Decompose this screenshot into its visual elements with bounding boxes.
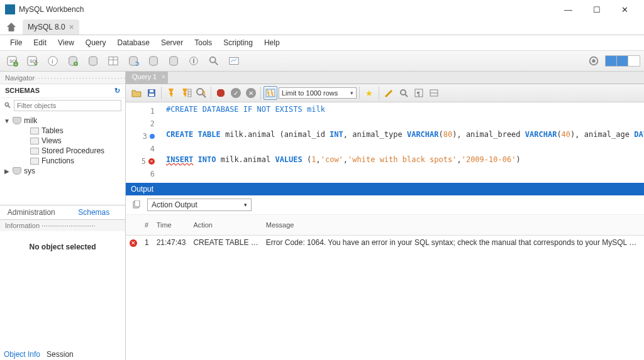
editor-area: Query 1 × ✓ ✕ Limit to 1000 rows ★ ¶: [126, 72, 644, 360]
home-icon[interactable]: [3, 20, 20, 34]
open-icon[interactable]: [130, 86, 143, 100]
find-icon[interactable]: [397, 86, 411, 100]
dashboard-icon[interactable]: [225, 52, 243, 70]
query-tab[interactable]: Query 1 ×: [126, 72, 168, 84]
close-icon[interactable]: ×: [69, 22, 74, 32]
tab-object-info[interactable]: Object Info: [4, 350, 40, 359]
menu-scripting[interactable]: Scripting: [218, 37, 258, 48]
col-status[interactable]: [126, 215, 141, 236]
tab-session[interactable]: Session: [47, 350, 74, 359]
menu-file[interactable]: File: [5, 37, 27, 48]
menu-query[interactable]: Query: [80, 37, 111, 48]
limit-rows-select[interactable]: Limit to 1000 rows: [279, 87, 357, 99]
tab-administration[interactable]: Administration: [0, 205, 63, 219]
svg-rect-27: [150, 90, 153, 92]
schema-tree[interactable]: ▼milkTablesViewsStored ProceduresFunctio…: [0, 113, 125, 205]
thread-icon[interactable]: [185, 52, 203, 70]
explain-icon[interactable]: [194, 86, 208, 100]
folder-icon: [30, 138, 39, 145]
execute-icon[interactable]: [164, 86, 178, 100]
output-type-select[interactable]: Action Output: [147, 199, 252, 211]
main-toolbar: SQL+ SQL i +: [0, 50, 644, 72]
save-icon[interactable]: [145, 86, 158, 100]
db-sync-icon[interactable]: [125, 52, 142, 70]
schema-item[interactable]: ▼milk: [4, 116, 123, 126]
schemas-label: SCHEMAS: [5, 87, 40, 95]
titlebar: MySQL Workbench — ☐ ✕: [0, 0, 644, 19]
menu-tools[interactable]: Tools: [189, 37, 217, 48]
beautify-icon[interactable]: [382, 86, 396, 100]
output-type-label: Action Output: [152, 200, 197, 209]
invisible-icon[interactable]: [427, 86, 441, 100]
col-duration[interactable]: Duration / Fetch: [640, 215, 644, 236]
svg-text:¶: ¶: [417, 90, 420, 97]
svg-marker-33: [217, 89, 225, 97]
panel-layout-switcher[interactable]: [605, 55, 640, 67]
menu-edit[interactable]: Edit: [28, 37, 52, 48]
schema-folder[interactable]: Tables: [4, 126, 123, 136]
window-title: MySQL Workbench: [19, 5, 554, 14]
limit-rows-label: Limit to 1000 rows: [282, 89, 338, 97]
folder-icon: [30, 148, 39, 155]
search-icon: 🔍︎: [4, 101, 11, 110]
new-sql-tab-icon[interactable]: SQL+: [4, 52, 21, 70]
svg-point-20: [210, 57, 216, 63]
svg-line-21: [215, 62, 218, 65]
db-tool-icon[interactable]: [145, 52, 162, 70]
db-tool2-icon[interactable]: [165, 52, 182, 70]
dots-icon: ·····························: [35, 74, 127, 82]
svg-text:+: +: [14, 62, 17, 67]
schema-folder[interactable]: Views: [4, 136, 123, 146]
close-button[interactable]: ✕: [611, 0, 639, 19]
search-db-icon[interactable]: [205, 52, 223, 70]
db-plus-icon[interactable]: [84, 52, 102, 70]
filter-objects-input[interactable]: [14, 100, 121, 111]
output-row[interactable]: ✕ 121:47:43CREATE TABLE …Error Code: 106…: [126, 236, 644, 250]
menu-view[interactable]: View: [53, 37, 79, 48]
db-icon[interactable]: +: [64, 52, 82, 70]
stop-icon[interactable]: [214, 86, 228, 100]
svg-line-36: [405, 94, 408, 97]
schemas-header: SCHEMAS ↻: [0, 84, 125, 98]
schema-folder[interactable]: Functions: [4, 156, 123, 166]
close-icon[interactable]: ×: [162, 73, 165, 80]
menu-help[interactable]: Help: [259, 37, 285, 48]
col-message[interactable]: Message: [262, 215, 640, 236]
output-header: Output: [126, 183, 644, 195]
autocommit-icon[interactable]: [264, 86, 277, 100]
col-num[interactable]: #: [141, 215, 153, 236]
output-copy-icon[interactable]: [130, 198, 143, 212]
settings-icon[interactable]: [585, 52, 602, 70]
inspector-icon[interactable]: i: [44, 52, 62, 70]
connection-tab-bar: MySQL 8.0 ×: [0, 19, 644, 35]
schema-folder[interactable]: Stored Procedures: [4, 146, 123, 156]
tab-schemas[interactable]: Schemas: [63, 205, 126, 219]
maximize-button[interactable]: ☐: [582, 0, 611, 19]
folder-icon: [30, 158, 39, 165]
wrap-icon[interactable]: ¶: [412, 86, 426, 100]
editor-toolbar: ✓ ✕ Limit to 1000 rows ★ ¶: [126, 84, 644, 102]
app-icon: [5, 4, 15, 14]
col-action[interactable]: Action: [189, 215, 262, 236]
sql-editor[interactable]: 12345✕6 #CREATE DATABASE IF NOT EXISTS m…: [126, 102, 644, 183]
rollback-icon[interactable]: ✕: [244, 86, 258, 100]
navigator-header: Navigator ····························· …: [0, 72, 125, 84]
execute-current-icon[interactable]: [179, 86, 193, 100]
connection-tab-label: MySQL 8.0: [28, 23, 65, 31]
svg-point-35: [401, 90, 406, 95]
commit-icon[interactable]: ✓: [229, 86, 243, 100]
refresh-icon[interactable]: ↻: [114, 87, 120, 95]
folder-icon: [30, 128, 39, 134]
open-sql-file-icon[interactable]: SQL: [24, 52, 42, 70]
navigator-title: Navigator: [5, 74, 35, 82]
svg-text:+: +: [75, 62, 77, 66]
schema-item[interactable]: ▶sys: [4, 166, 123, 176]
table-icon[interactable]: [104, 52, 122, 70]
connection-tab[interactable]: MySQL 8.0 ×: [23, 19, 79, 35]
col-time[interactable]: Time: [153, 215, 190, 236]
menu-server[interactable]: Server: [156, 37, 188, 48]
favorite-icon[interactable]: ★: [362, 86, 376, 100]
menu-database[interactable]: Database: [113, 37, 155, 48]
svg-rect-22: [230, 58, 238, 65]
minimize-button[interactable]: —: [554, 0, 582, 19]
